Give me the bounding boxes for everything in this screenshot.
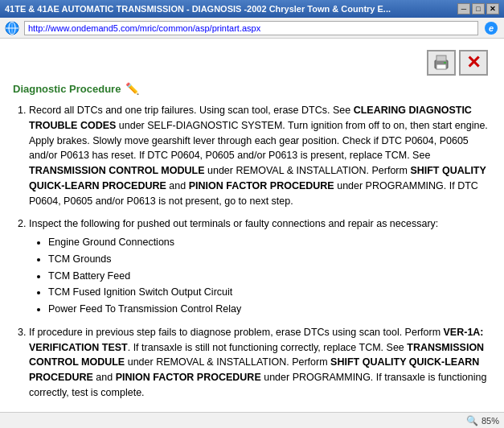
bold-text: PINION FACTOR PROCEDURE — [189, 180, 334, 191]
ie-logo: e — [483, 21, 499, 35]
printer-icon — [432, 54, 450, 72]
steps-list: Record all DTCs and one trip failures. U… — [29, 103, 488, 401]
bullet-text: TCM Fused Ignition Switch Output Circuit — [48, 286, 232, 298]
step-1-text: Record all DTCs and one trip failures. U… — [29, 105, 488, 207]
bullet-text: TCM Battery Feed — [48, 270, 130, 282]
toolbar-row: ✕ — [13, 50, 488, 76]
close-content-button[interactable]: ✕ — [459, 50, 488, 76]
step-3-text: If procedure in previous step fails to d… — [29, 327, 486, 398]
list-item: Power Feed To Transmission Control Relay — [48, 302, 488, 317]
list-item: TCM Fused Ignition Switch Output Circuit — [48, 285, 488, 300]
diagnostic-heading: Diagnostic Procedure ✏️ — [13, 82, 488, 95]
bold-text: PINION FACTOR PROCEDURE — [116, 372, 261, 383]
heading-text: Diagnostic Procedure — [13, 83, 121, 95]
bullet-text: Engine Ground Connections — [48, 237, 174, 248]
address-input[interactable] — [24, 21, 478, 35]
bold-text: TRANSMISSION CONTROL MODULE — [29, 165, 205, 176]
svg-rect-9 — [444, 62, 446, 64]
bullet-text: Power Feed To Transmission Control Relay — [48, 303, 241, 315]
step-2: Inspect the following for pushed out ter… — [29, 216, 488, 317]
step-1: Record all DTCs and one trip failures. U… — [29, 103, 488, 208]
bullet-text: TCM Grounds — [48, 253, 112, 265]
bold-text: CLEARING DIAGNOSTIC TROUBLE CODES — [29, 105, 472, 131]
svg-rect-8 — [436, 64, 446, 69]
title-bar: 41TE & 41AE AUTOMATIC TRANSMISSION - DIA… — [0, 0, 504, 18]
maximize-button[interactable]: □ — [472, 3, 485, 14]
zoom-level: 85% — [481, 416, 499, 426]
address-bar: e — [0, 18, 504, 39]
title-controls: ─ □ ✕ — [457, 3, 499, 14]
window-title: 41TE & 41AE AUTOMATIC TRANSMISSION - DIA… — [5, 4, 391, 14]
close-window-button[interactable]: ✕ — [486, 3, 499, 14]
step-2-intro: Inspect the following for pushed out ter… — [29, 218, 438, 229]
step-3: If procedure in previous step fails to d… — [29, 325, 488, 401]
pencil-icon: ✏️ — [125, 82, 139, 95]
list-item: Engine Ground Connections — [48, 235, 488, 250]
svg-rect-7 — [436, 56, 446, 61]
bullet-list: Engine Ground Connections TCM Grounds TC… — [48, 235, 488, 317]
browser-icon — [5, 21, 19, 35]
svg-text:e: e — [489, 23, 494, 33]
minimize-button[interactable]: ─ — [457, 3, 470, 14]
content-area: ✕ Diagnostic Procedure ✏️ Record all DTC… — [0, 39, 504, 412]
zoom-indicator: 🔍 85% — [466, 415, 499, 426]
list-item: TCM Battery Feed — [48, 269, 488, 284]
print-button[interactable] — [427, 50, 456, 76]
status-bar: 🔍 85% — [0, 412, 504, 428]
zoom-icon: 🔍 — [466, 415, 478, 426]
x-icon: ✕ — [466, 54, 481, 72]
toolbar-buttons: ✕ — [427, 50, 488, 76]
list-item: TCM Grounds — [48, 252, 488, 267]
